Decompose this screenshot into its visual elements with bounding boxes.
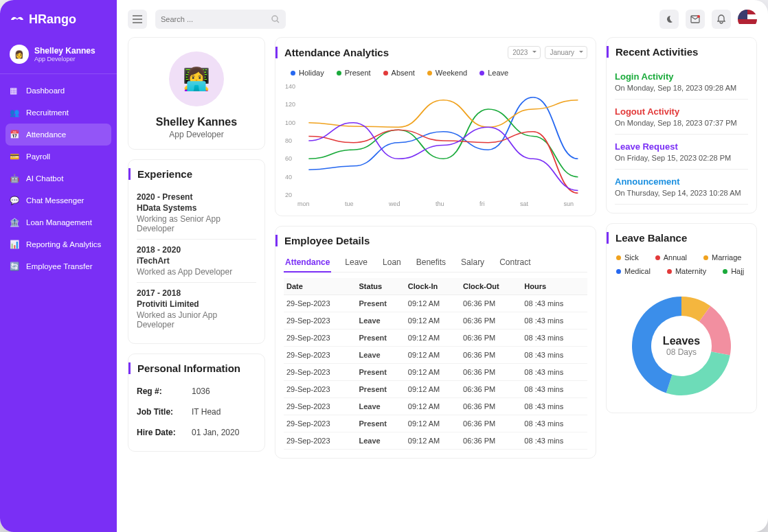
cell-out: 06:36 PM	[460, 398, 521, 415]
cell-out: 06:36 PM	[460, 329, 521, 347]
sidebar-item-reporting-analytics[interactable]: 📊Reporting & Analytics	[0, 233, 117, 255]
bell-icon	[717, 14, 725, 24]
sidebar-item-employee-transfer[interactable]: 🔄Employee Transfer	[0, 255, 117, 277]
month-select[interactable]: January	[545, 46, 587, 59]
sidebar-nav: ▦Dashboard👥Recruitment📅Attendance💳Payrol…	[0, 80, 117, 277]
legend-dot	[427, 71, 432, 76]
y-tick: 100	[285, 119, 295, 126]
mail-button[interactable]	[686, 10, 705, 29]
cell-date: 29-Sep-2023	[284, 364, 357, 381]
topbar	[128, 10, 757, 29]
table-row: 29-Sep-2023Present09:12 AM06:36 PM08 :43…	[284, 415, 587, 432]
cell-out: 06:36 PM	[460, 432, 521, 450]
mail-icon	[690, 15, 700, 23]
flag-button[interactable]	[738, 10, 757, 29]
cell-status: Leave	[357, 347, 405, 364]
experience-title: Experience	[128, 168, 256, 180]
sidebar-item-recruitment[interactable]: 👥Recruitment	[0, 102, 117, 124]
cell-out: 06:36 PM	[460, 415, 521, 432]
legend-dot	[383, 71, 388, 76]
sidebar-item-label: Chat Messenger	[26, 196, 84, 205]
sidebar-user[interactable]: 👩 Shelley Kannes App Developer	[0, 36, 117, 74]
sidebar-item-loan-management[interactable]: 🏦Loan Management	[0, 211, 117, 233]
table-row: 29-Sep-2023Leave09:12 AM06:36 PM08 :43 m…	[284, 398, 587, 415]
tab-attendance[interactable]: Attendance	[284, 253, 331, 273]
employee-details-card: Employee Details AttendanceLeaveLoanBene…	[275, 226, 596, 459]
legend-item: Weekend	[427, 69, 467, 77]
theme-button[interactable]	[659, 10, 679, 29]
personal-label: Reg #:	[137, 386, 192, 396]
menu-button[interactable]	[128, 10, 147, 29]
legend-label: Holiday	[299, 69, 324, 77]
nav-icon: 🏦	[10, 218, 19, 227]
table-header: Status	[357, 278, 405, 295]
legend-label: Marriage	[712, 253, 741, 262]
cell-date: 29-Sep-2023	[284, 398, 357, 415]
search-input[interactable]	[161, 15, 271, 23]
personal-title: Personal Information	[128, 362, 256, 374]
legend-label: Sick	[624, 253, 639, 262]
activity-title: Leave Request	[615, 141, 748, 152]
cell-date: 29-Sep-2023	[284, 329, 357, 347]
experience-desc: Working as Senior App Developer	[137, 214, 256, 233]
experience-dates: 2018 - 2020	[137, 245, 256, 255]
legend-label: Maternity	[675, 267, 706, 275]
activity-subtitle: On Friday, Sep 15, 2023 02:28 PM	[615, 154, 748, 162]
attendance-chart: 20406080100120140	[284, 82, 587, 199]
x-tick: sun	[563, 200, 574, 207]
sidebar-item-payroll[interactable]: 💳Payroll	[0, 146, 117, 167]
cell-in: 09:12 AM	[405, 295, 460, 312]
cell-out: 06:36 PM	[460, 364, 521, 381]
x-tick: fri	[479, 200, 485, 207]
cell-status: Present	[357, 381, 405, 398]
cell-status: Leave	[357, 312, 405, 329]
sidebar-item-attendance[interactable]: 📅Attendance	[5, 124, 111, 146]
nav-icon: 👥	[10, 108, 19, 117]
cell-status: Leave	[357, 432, 405, 450]
experience-company: iTechArt	[137, 256, 256, 266]
tab-leave[interactable]: Leave	[343, 253, 369, 272]
activity-subtitle: On Thursday, Sep 14, 2023 10:28 AM	[615, 189, 748, 197]
leave-balance-card: Leave Balance SickAnnualMarriageMedicalM…	[606, 223, 757, 413]
cell-in: 09:12 AM	[405, 364, 460, 381]
sidebar: HRango 👩 Shelley Kannes App Developer ▦D…	[0, 0, 117, 532]
details-title: Employee Details	[275, 235, 587, 246]
tab-loan[interactable]: Loan	[381, 253, 403, 272]
y-tick: 60	[285, 155, 292, 162]
user-role: App Developer	[34, 56, 95, 62]
legend-dot	[337, 71, 341, 76]
activity-title: Announcement	[615, 176, 748, 187]
activity-title: Logout Activity	[615, 106, 748, 117]
legend-item: Present	[337, 69, 371, 77]
sidebar-item-chat-messenger[interactable]: 💬Chat Messenger	[0, 189, 117, 211]
leave-donut: Leaves 08 Days	[623, 288, 740, 404]
legend-label: Weekend	[436, 69, 467, 77]
sidebar-item-label: Loan Management	[26, 218, 92, 227]
tab-benefits[interactable]: Benefits	[415, 253, 447, 272]
tab-salary[interactable]: Salary	[460, 253, 486, 272]
search-box[interactable]	[155, 10, 286, 29]
cell-in: 09:12 AM	[405, 398, 460, 415]
legend-dot	[655, 255, 660, 260]
activities-title: Recent Activities	[607, 46, 748, 58]
legend-dot	[616, 269, 621, 274]
year-select[interactable]: 2023	[508, 46, 541, 59]
tab-contract[interactable]: Contract	[498, 253, 532, 272]
x-tick: mon	[297, 200, 310, 207]
table-header: Hours	[521, 278, 587, 295]
leave-title: Leave Balance	[607, 232, 748, 244]
y-tick: 140	[285, 83, 295, 90]
notifications-button[interactable]	[712, 10, 731, 29]
sidebar-item-ai-chatbot[interactable]: 🤖AI Chatbot	[0, 167, 117, 189]
leave-legend-item: Medical	[616, 267, 651, 275]
menu-icon	[133, 15, 142, 23]
sidebar-item-dashboard[interactable]: ▦Dashboard	[0, 80, 117, 102]
cell-in: 09:12 AM	[405, 381, 460, 398]
legend-dot	[723, 269, 727, 274]
cell-hours: 08 :43 mins	[521, 312, 587, 329]
moon-icon	[664, 14, 674, 24]
table-row: 29-Sep-2023Leave09:12 AM06:36 PM08 :43 m…	[284, 312, 587, 329]
svg-point-2	[697, 15, 700, 18]
activity-title: Login Activity	[615, 71, 748, 82]
cell-status: Leave	[357, 398, 405, 415]
